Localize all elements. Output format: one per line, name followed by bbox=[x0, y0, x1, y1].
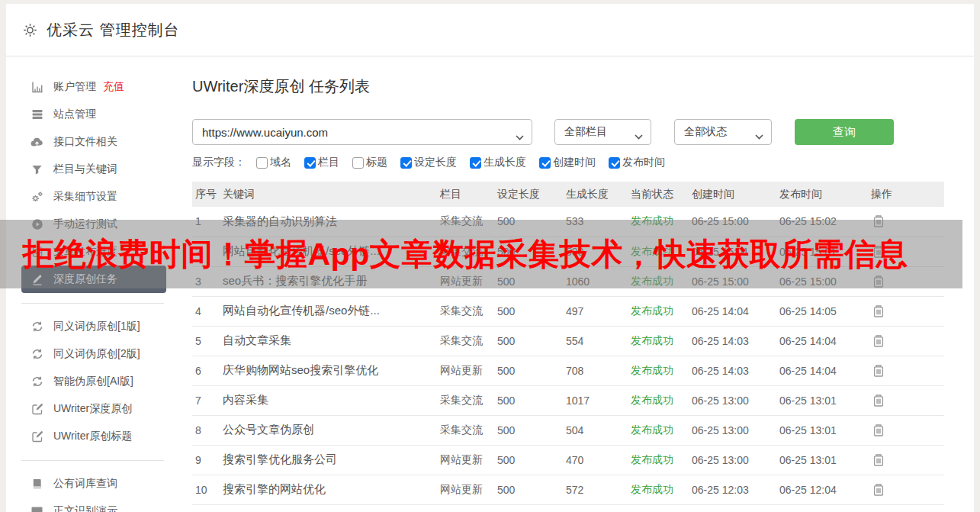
cell-column: 采集交流 bbox=[437, 385, 494, 415]
delete-button[interactable] bbox=[871, 452, 886, 469]
column-header: 操作 bbox=[868, 182, 944, 207]
cell-actions bbox=[868, 356, 944, 385]
table-row: 5自动文章采集采集交流500554发布成功06-25 14:0306-25 14… bbox=[192, 326, 944, 356]
cell-status: 发布成功 bbox=[628, 326, 689, 356]
column-header: 序号 bbox=[192, 182, 220, 207]
table-row: 4网站自动化宣传机器/seo外链...采集交流500497发布成功06-25 1… bbox=[192, 296, 944, 326]
field-checkbox[interactable] bbox=[304, 157, 316, 169]
delete-button[interactable] bbox=[871, 481, 886, 498]
status-select-value: 全部状态 bbox=[684, 125, 727, 139]
cell-published: 06-25 13:01 bbox=[776, 385, 868, 415]
monitor-icon bbox=[31, 505, 43, 512]
cell-published: 06-25 14:05 bbox=[776, 296, 868, 326]
delete-button[interactable] bbox=[871, 333, 886, 349]
field-checkbox-label: 标题 bbox=[366, 156, 387, 169]
cell-created: 06-25 12:03 bbox=[689, 475, 776, 504]
field-checkbox[interactable] bbox=[400, 157, 412, 169]
sidebar-item[interactable]: 账户管理充值 bbox=[21, 73, 166, 101]
cell-actions bbox=[868, 445, 944, 475]
field-checkbox-label: 发布时间 bbox=[622, 156, 665, 169]
delete-button[interactable] bbox=[871, 303, 886, 320]
field-checkbox-label: 域名 bbox=[270, 156, 291, 169]
chevron-down-icon bbox=[635, 130, 643, 142]
cell-no: 7 bbox=[192, 385, 220, 415]
column-select-value: 全部栏目 bbox=[564, 125, 607, 139]
display-field-option[interactable]: 域名 bbox=[256, 156, 291, 169]
display-field-option[interactable]: 设定长度 bbox=[400, 156, 457, 169]
refresh-icon bbox=[31, 375, 43, 388]
cell-no: 10 bbox=[192, 475, 220, 504]
cell-set-length: 500 bbox=[494, 385, 563, 415]
sidebar-item[interactable]: 智能伪原创[AI版] bbox=[21, 368, 166, 395]
sidebar-item[interactable]: 同义词伪原创[2版] bbox=[21, 340, 166, 368]
sidebar-item-label: 栏目与关键词 bbox=[53, 163, 117, 176]
status-select[interactable]: 全部状态 bbox=[674, 119, 772, 145]
field-checkbox-label: 设定长度 bbox=[414, 156, 457, 169]
display-field-option[interactable]: 创建时间 bbox=[539, 156, 596, 169]
cell-column: 采集交流 bbox=[437, 415, 494, 445]
field-checkbox[interactable] bbox=[352, 157, 364, 169]
sidebar-item-label: 智能伪原创[AI版] bbox=[53, 375, 133, 388]
sidebar-item[interactable]: 同义词伪原创[1版] bbox=[21, 313, 166, 340]
field-checkbox[interactable] bbox=[609, 157, 620, 169]
cell-status: 发布成功 bbox=[628, 385, 689, 415]
sidebar-item[interactable]: 接口文件相关 bbox=[21, 128, 166, 156]
sidebar-item[interactable]: 正文识别演示 bbox=[21, 498, 166, 512]
cell-actions bbox=[868, 475, 944, 504]
cell-keyword: 自动文章采集 bbox=[220, 326, 437, 356]
display-field-option[interactable]: 生成长度 bbox=[470, 156, 526, 169]
site-select-value: https://www.ucaiyun.com bbox=[202, 126, 328, 139]
sidebar-item[interactable]: UWriter深度原创 bbox=[21, 395, 166, 423]
cell-actions bbox=[868, 326, 944, 356]
cell-status: 发布成功 bbox=[628, 415, 689, 445]
cell-created: 06-25 14:03 bbox=[689, 356, 776, 385]
cell-gen-length: 470 bbox=[563, 445, 628, 475]
column-header: 当前状态 bbox=[628, 182, 689, 207]
cell-published: 06-25 14:04 bbox=[776, 326, 868, 356]
search-button[interactable]: 查询 bbox=[795, 119, 894, 145]
field-checkbox[interactable] bbox=[256, 157, 268, 169]
display-fields-row: 显示字段： 域名栏目标题设定长度生成长度创建时间发布时间 bbox=[192, 156, 944, 169]
refresh-icon bbox=[31, 348, 43, 361]
sidebar-item[interactable]: 公有词库查询 bbox=[21, 470, 166, 498]
sidebar-item[interactable]: 站点管理 bbox=[21, 101, 166, 128]
cell-column: 网站更新 bbox=[437, 356, 494, 385]
cell-set-length: 500 bbox=[494, 296, 563, 326]
delete-button[interactable] bbox=[871, 362, 886, 379]
delete-button[interactable] bbox=[871, 422, 886, 439]
refresh-icon bbox=[31, 320, 43, 333]
cell-no: 6 bbox=[192, 356, 220, 385]
delete-button[interactable] bbox=[871, 392, 886, 409]
column-header: 栏目 bbox=[437, 182, 494, 207]
table-row: 7内容采集采集交流5001017发布成功06-25 13:0006-25 13:… bbox=[192, 385, 944, 415]
cell-gen-length: 708 bbox=[563, 356, 628, 385]
cell-no: 5 bbox=[192, 326, 220, 356]
sidebar-item[interactable]: 栏目与关键词 bbox=[21, 156, 166, 183]
sidebar-item-label: 公有词库查询 bbox=[53, 477, 117, 491]
sidebar-divider bbox=[21, 303, 164, 304]
field-checkbox[interactable] bbox=[539, 157, 551, 169]
sidebar-item[interactable]: UWriter原创标题 bbox=[21, 423, 166, 450]
display-field-option[interactable]: 栏目 bbox=[304, 156, 339, 169]
cell-keyword: 网站自动化宣传机器/seo外链... bbox=[220, 296, 437, 326]
cell-created: 06-25 13:00 bbox=[689, 385, 776, 415]
cell-no: 9 bbox=[192, 445, 220, 475]
table-row: 10搜索引擎的网站优化网站更新500572发布成功06-25 12:0306-2… bbox=[192, 475, 944, 504]
site-select[interactable]: https://www.ucaiyun.com bbox=[192, 119, 532, 145]
field-checkbox[interactable] bbox=[470, 157, 481, 169]
table-header-row: 序号关键词栏目设定长度生成长度当前状态创建时间发布时间操作 bbox=[192, 182, 944, 207]
display-field-option[interactable]: 标题 bbox=[352, 156, 387, 169]
column-select[interactable]: 全部栏目 bbox=[554, 119, 651, 145]
chevron-down-icon bbox=[516, 130, 524, 143]
cell-keyword: 搜索引擎优化服务公司 bbox=[220, 445, 437, 475]
column-header: 生成长度 bbox=[563, 182, 628, 207]
recharge-badge[interactable]: 充值 bbox=[103, 80, 124, 94]
sidebar-item-label: 站点管理 bbox=[53, 108, 96, 121]
display-field-option[interactable]: 发布时间 bbox=[609, 156, 665, 169]
app-header: 优采云 管理控制台 bbox=[6, 4, 974, 56]
cell-set-length: 500 bbox=[494, 326, 563, 356]
app-title: 优采云 管理控制台 bbox=[47, 20, 180, 40]
cell-created: 06-25 14:04 bbox=[689, 296, 776, 326]
column-header: 设定长度 bbox=[494, 182, 563, 207]
sidebar-item[interactable]: 采集细节设置 bbox=[21, 183, 166, 211]
